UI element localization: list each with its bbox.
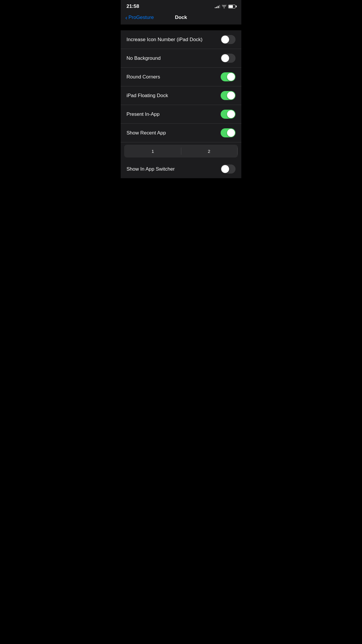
segment-item-1[interactable]: 1 (125, 145, 181, 157)
battery-fill (229, 5, 233, 8)
toggle-thumb (227, 73, 235, 81)
label-show-in-app-switcher: Show In App Switcher (126, 166, 175, 172)
row-no-background: No Background (121, 49, 241, 68)
segment-divider-2 (237, 148, 238, 155)
segment-item-2[interactable]: 2 (181, 145, 237, 157)
bottom-area (121, 178, 241, 295)
row-show-recent-app: Show Recent App (121, 124, 241, 142)
section-gap-top (121, 24, 241, 30)
segment-section: 1 2 3 (121, 142, 241, 160)
label-present-in-app: Present In-App (126, 111, 159, 117)
status-icons (215, 5, 236, 8)
row-increase-icon-number: Increase Icon Number (iPad Dock) (121, 30, 241, 49)
status-time: 21:58 (126, 4, 139, 9)
toggle-thumb (221, 165, 229, 173)
battery-icon (228, 5, 236, 8)
wifi-icon (222, 5, 226, 8)
row-ipad-floating-dock: iPad Floating Dock (121, 86, 241, 105)
row-round-corners: Round Corners (121, 68, 241, 86)
toggle-thumb (227, 129, 235, 137)
label-round-corners: Round Corners (126, 74, 160, 80)
chevron-left-icon: ‹ (125, 15, 127, 20)
segment-control[interactable]: 1 2 3 (124, 145, 238, 158)
segment-label-2: 2 (208, 149, 210, 154)
signal-icon (215, 5, 220, 8)
back-label: ProGesture (129, 15, 154, 20)
settings-section-main: Increase Icon Number (iPad Dock) No Back… (121, 30, 241, 178)
label-increase-icon-number: Increase Icon Number (iPad Dock) (126, 37, 203, 43)
page-title: Dock (175, 15, 187, 20)
toggle-round-corners[interactable] (221, 72, 236, 81)
toggle-show-in-app-switcher[interactable] (221, 164, 236, 174)
toggle-no-background[interactable] (221, 54, 236, 63)
row-present-in-app: Present In-App (121, 105, 241, 124)
toggle-thumb (221, 54, 229, 62)
segment-label-1: 1 (152, 149, 154, 154)
toggle-thumb (227, 110, 235, 118)
label-show-recent-app: Show Recent App (126, 130, 166, 136)
toggle-show-recent-app[interactable] (221, 128, 236, 137)
toggle-increase-icon-number[interactable] (221, 35, 236, 44)
back-button[interactable]: ‹ ProGesture (125, 15, 154, 20)
toggle-present-in-app[interactable] (221, 110, 236, 119)
toggle-thumb (221, 36, 229, 43)
nav-bar: ‹ ProGesture Dock (121, 12, 241, 24)
row-show-in-app-switcher: Show In App Switcher (121, 160, 241, 178)
toggle-ipad-floating-dock[interactable] (221, 91, 236, 100)
label-no-background: No Background (126, 55, 161, 61)
status-bar: 21:58 (121, 0, 241, 12)
toggle-thumb (227, 92, 235, 99)
label-ipad-floating-dock: iPad Floating Dock (126, 93, 168, 99)
